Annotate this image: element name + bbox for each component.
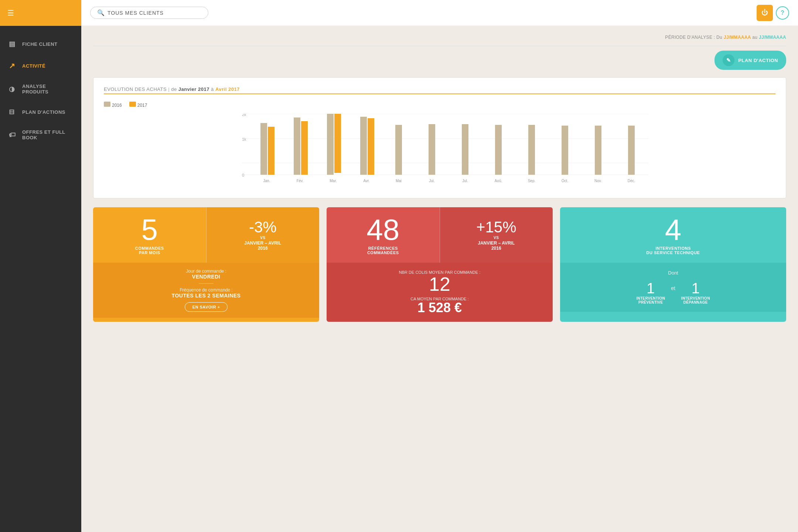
svg-rect-13	[327, 114, 334, 175]
svg-rect-21	[429, 124, 435, 175]
bar-chart-svg: 2k 1k 0 Jan. Fév. Mar.	[115, 114, 775, 188]
plan-actions-icon: ⊟	[9, 108, 17, 116]
search-icon: 🔍	[97, 9, 105, 16]
sidebar-item-activite[interactable]: ↗ ACTIVITÉ	[0, 55, 81, 77]
card-orange-pct: -3%	[249, 219, 277, 235]
card-orange-bottom: Jour de commande : VENDREDI Fréquence de…	[93, 263, 319, 318]
svg-text:Jan.: Jan.	[263, 179, 270, 183]
sidebar-item-analyse-produits[interactable]: ◑ ANALYSE PRODUITS	[0, 77, 81, 101]
card-orange-freq-label: Fréquence de commande :	[100, 287, 312, 293]
svg-rect-7	[260, 123, 267, 175]
card-teal-counter1: 1 INTERVENTIONPRÉVENTIVE	[636, 281, 665, 304]
card-orange: 5 COMMANDES PAR MOIS -3% VS JANVIER – AV…	[93, 207, 319, 322]
fiche-client-icon: ▤	[9, 40, 17, 48]
card-orange-day-label: Jour de commande :	[100, 269, 312, 274]
svg-text:Jul.: Jul.	[462, 179, 468, 183]
chart-card: EVOLUTION DES ACHATS | de Janvier 2017 à…	[93, 77, 786, 198]
card-teal-et-label: et	[671, 285, 675, 291]
card-red-ca-value: 1 528 €	[334, 301, 545, 314]
card-red-label: RÉFÉRENCES COMMANDÉES	[367, 246, 399, 255]
card-red-colis-value: 12	[334, 274, 545, 294]
search-input[interactable]	[108, 10, 201, 16]
card-orange-right: -3% VS JANVIER – AVRIL 2016	[207, 207, 320, 263]
period-to[interactable]: JJ/MMAAAA	[759, 35, 786, 40]
sidebar-item-fiche-client[interactable]: ▤ FICHE CLIENT	[0, 33, 81, 55]
sidebar: ☰ ▤ FICHE CLIENT ↗ ACTIVITÉ ◑ ANALYSE PR…	[0, 0, 81, 532]
card-teal-big-number: 4	[665, 215, 682, 245]
edit-circle-icon: ✎	[723, 54, 734, 66]
svg-rect-29	[562, 126, 568, 175]
svg-rect-19	[395, 125, 402, 175]
plan-action-button[interactable]: ✎ PLAN D'ACTION	[715, 51, 786, 70]
card-teal-counter2: 1 INTERVENTIONDÉPANNAGE	[681, 281, 710, 304]
legend-2016-label: 2016	[112, 103, 122, 108]
sidebar-item-label: ACTIVITÉ	[22, 63, 45, 69]
card-orange-vs: VS	[260, 236, 265, 240]
card-red-vs: VS	[494, 236, 499, 240]
svg-rect-14	[334, 114, 341, 173]
action-bar: ✎ PLAN D'ACTION	[93, 51, 786, 70]
svg-text:0: 0	[242, 173, 244, 177]
offres-icon: 🏷	[9, 131, 17, 139]
sidebar-header: ☰	[0, 0, 81, 26]
period-bar: PÉRIODE D'ANALYSE : Du JJ/MMAAAA au JJ/M…	[93, 35, 786, 40]
svg-rect-33	[628, 126, 635, 175]
chart-to-month: Avril 2017	[215, 86, 240, 92]
learn-more-button[interactable]: EN SAVOIR +	[185, 302, 228, 312]
card-teal: 4 INTERVENTIONS DU SERVICE TECHNIQUE Don…	[560, 207, 786, 322]
sidebar-nav: ▤ FICHE CLIENT ↗ ACTIVITÉ ◑ ANALYSE PROD…	[0, 26, 81, 532]
legend-2017-label: 2017	[137, 103, 147, 108]
svg-text:Aoû.: Aoû.	[495, 179, 502, 183]
svg-text:Fév.: Fév.	[297, 179, 304, 183]
card-teal-counter1-label: INTERVENTIONPRÉVENTIVE	[636, 296, 665, 304]
hamburger-icon[interactable]: ☰	[7, 8, 14, 17]
legend-2016-box	[104, 102, 110, 107]
card-teal-label: INTERVENTIONS DU SERVICE TECHNIQUE	[647, 246, 700, 255]
card-red-big-number: 48	[366, 215, 399, 245]
svg-text:Mai: Mai	[396, 179, 402, 183]
card-teal-bottom: Dont 1 INTERVENTIONPRÉVENTIVE et 1 INTER…	[560, 263, 786, 312]
card-orange-label: COMMANDES PAR MOIS	[135, 246, 164, 255]
main-content: 🔍 ⏻ ? PÉRIODE D'ANALYSE : Du JJ/MMAAAA a…	[81, 0, 798, 532]
divider	[93, 46, 786, 46]
svg-text:Déc.: Déc.	[628, 179, 635, 183]
legend-2017-box	[129, 102, 136, 107]
chart-title: EVOLUTION DES ACHATS | de Janvier 2017 à…	[104, 86, 775, 92]
sidebar-item-label: OFFRES ET FULL BOOK	[22, 129, 72, 140]
svg-text:Sep.: Sep.	[528, 179, 536, 183]
svg-rect-27	[528, 125, 535, 175]
svg-text:Nov.: Nov.	[594, 179, 602, 183]
sidebar-item-label: PLAN D'ACTIONS	[22, 109, 65, 115]
svg-text:Oct.: Oct.	[562, 179, 568, 183]
svg-rect-31	[595, 126, 601, 175]
period-from[interactable]: JJ/MMAAAA	[724, 35, 751, 40]
sidebar-item-label: ANALYSE PRODUITS	[22, 83, 72, 95]
card-teal-counter2-label: INTERVENTIONDÉPANNAGE	[681, 296, 710, 304]
sidebar-item-plan-actions[interactable]: ⊟ PLAN D'ACTIONS	[0, 101, 81, 123]
svg-text:Avr.: Avr.	[363, 179, 369, 183]
sidebar-item-offres-full-book[interactable]: 🏷 OFFRES ET FULL BOOK	[0, 123, 81, 147]
help-button[interactable]: ?	[776, 6, 789, 20]
power-button[interactable]: ⏻	[757, 5, 773, 21]
svg-rect-17	[368, 118, 374, 175]
card-orange-period: JANVIER – AVRIL 2016	[244, 241, 281, 251]
activite-icon: ↗	[9, 61, 17, 70]
card-red-bottom: NBR DE COLIS MOYEN PAR COMMANDE : 12 CA …	[327, 263, 553, 322]
card-orange-left: 5 COMMANDES PAR MOIS	[93, 207, 207, 263]
svg-rect-23	[462, 124, 468, 175]
card-orange-freq-value: TOUTES LES 2 SEMAINES	[100, 293, 312, 299]
analyse-produits-icon: ◑	[9, 85, 17, 93]
topbar-right: ⏻ ?	[757, 5, 789, 21]
card-teal-dont-label: Dont	[567, 270, 779, 276]
card-teal-counter1-num: 1	[647, 281, 655, 296]
card-red-right: +15% VS JANVIER – AVRIL 2016	[440, 207, 553, 263]
plan-action-label: PLAN D'ACTION	[738, 58, 778, 63]
card-red-colis-label: NBR DE COLIS MOYEN PAR COMMANDE :	[334, 270, 545, 274]
card-red-left: 48 RÉFÉRENCES COMMANDÉES	[327, 207, 440, 263]
search-wrap: 🔍	[90, 7, 208, 19]
chart-from-month: Janvier 2017	[178, 86, 209, 92]
card-teal-center: 4 INTERVENTIONS DU SERVICE TECHNIQUE	[560, 208, 786, 262]
card-orange-top: 5 COMMANDES PAR MOIS -3% VS JANVIER – AV…	[93, 207, 319, 263]
card-red: 48 RÉFÉRENCES COMMANDÉES +15% VS JANVIER…	[327, 207, 553, 322]
card-teal-counters: 1 INTERVENTIONPRÉVENTIVE et 1 INTERVENTI…	[567, 281, 779, 304]
